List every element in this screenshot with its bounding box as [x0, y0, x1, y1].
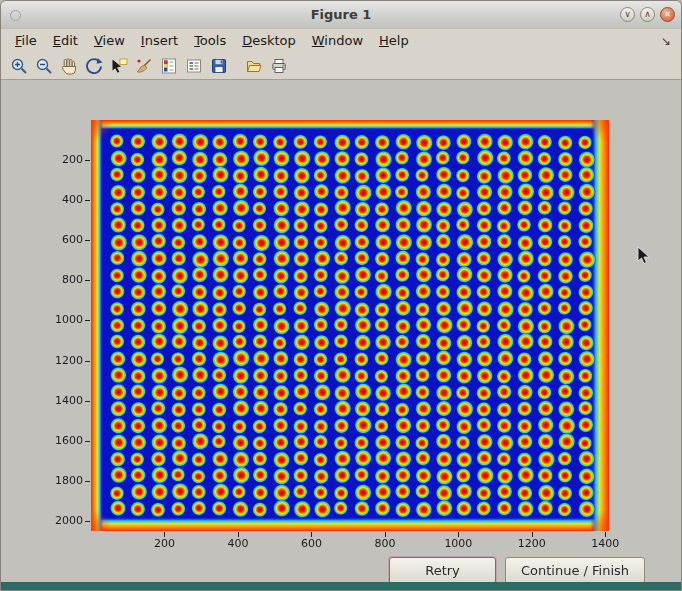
menu-item-tools[interactable]: Tools [186, 29, 234, 53]
insert-legend-icon[interactable] [182, 55, 206, 78]
menu-item-view[interactable]: View [86, 29, 133, 53]
pan-hand-icon[interactable] [57, 55, 81, 78]
menubar-items: FileEditViewInsertToolsDesktopWindowHelp [7, 29, 417, 53]
figure-toolbar [1, 53, 681, 80]
menu-item-edit[interactable]: Edit [45, 29, 86, 53]
data-cursor-icon[interactable] [107, 55, 131, 78]
heatmap-image[interactable] [91, 120, 609, 531]
zoom-in-icon[interactable] [7, 55, 31, 78]
insert-colorbar-icon[interactable] [157, 55, 181, 78]
save-figure-icon[interactable] [207, 55, 231, 78]
retry-button[interactable]: Retry [389, 557, 496, 584]
toolbar-separator [232, 66, 241, 67]
shade-window-button[interactable]: ∨ [620, 7, 635, 22]
open-file-icon[interactable] [242, 55, 266, 78]
window-bottom-edge [1, 582, 681, 590]
close-window-button[interactable]: ✕ [660, 7, 675, 22]
maximize-window-button[interactable]: ∧ [640, 7, 655, 22]
print-figure-icon[interactable] [267, 55, 291, 78]
rotate-3d-icon[interactable] [82, 55, 106, 78]
menubar-overflow-icon[interactable]: ↘ [661, 34, 675, 48]
window-title: Figure 1 [1, 7, 681, 22]
menu-item-window[interactable]: Window [304, 29, 371, 53]
menu-item-desktop[interactable]: Desktop [234, 29, 304, 53]
continue-finish-button[interactable]: Continue / Finish [505, 557, 645, 584]
mouse-cursor-icon [637, 246, 652, 266]
menubar: FileEditViewInsertToolsDesktopWindowHelp… [1, 29, 681, 53]
figure-window: Figure 1 ∨ ∧ ✕ FileEditViewInsertToolsDe… [0, 0, 682, 591]
titlebar[interactable]: Figure 1 ∨ ∧ ✕ [1, 1, 681, 30]
brush-icon[interactable] [132, 55, 156, 78]
menu-item-insert[interactable]: Insert [133, 29, 186, 53]
menu-item-file[interactable]: File [7, 29, 45, 53]
menu-item-help[interactable]: Help [371, 29, 417, 53]
zoom-out-icon[interactable] [32, 55, 56, 78]
